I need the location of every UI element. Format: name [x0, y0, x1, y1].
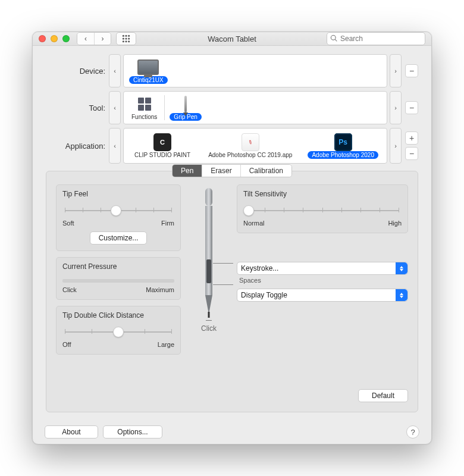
svg-rect-13 — [208, 312, 210, 318]
forward-button[interactable]: › — [94, 33, 111, 45]
double-click-min: Off — [62, 341, 71, 348]
device-scroll-right[interactable]: › — [390, 54, 402, 87]
device-remove-button[interactable]: − — [405, 64, 418, 77]
window-controls — [39, 35, 70, 42]
tab-bar: Pen Eraser Calibration — [172, 164, 292, 177]
tip-feel-max: Firm — [161, 220, 174, 227]
pressure-title: Current Pressure — [62, 262, 174, 271]
tip-feel-group: Tip Feel Soft Firm Customize... — [56, 184, 181, 251]
tool-scroll-right[interactable]: › — [390, 91, 402, 124]
close-icon[interactable] — [39, 35, 46, 42]
app-item-ps2020[interactable]: Ps Adobe Photoshop 2020 — [304, 130, 382, 161]
app-item-ps2019[interactable]: ✎ Adobe Photoshop CC 2019.app — [202, 130, 298, 161]
device-label: Device: — [46, 67, 109, 76]
monitor-icon — [137, 60, 159, 75]
back-button[interactable]: ‹ — [77, 33, 94, 45]
tab-eraser[interactable]: Eraser — [202, 165, 240, 177]
svg-point-0 — [123, 35, 124, 37]
app-item-clipstudio[interactable]: C CLIP STUDIO PAINT — [128, 130, 196, 161]
double-click-group: Tip Double Click Distance Off Large — [56, 306, 181, 355]
popup-value: Keystroke... — [241, 264, 278, 273]
tilt-slider[interactable] — [243, 204, 402, 218]
tip-feel-slider[interactable] — [62, 204, 174, 218]
app-scroll-left[interactable]: ‹ — [109, 128, 121, 164]
svg-point-6 — [123, 40, 124, 42]
device-item-cintiq[interactable]: Cintiq21UX — [126, 57, 171, 85]
svg-point-5 — [128, 37, 130, 39]
pen-tip-label: Click — [201, 324, 217, 333]
app-item-label: Adobe Photoshop 2020 — [308, 151, 378, 159]
tab-pen[interactable]: Pen — [173, 165, 202, 177]
pen-graphic-icon — [200, 188, 218, 319]
zoom-icon[interactable] — [62, 35, 70, 42]
minimize-icon[interactable] — [51, 35, 58, 42]
device-row: Device: ‹ Cintiq21UX › − — [46, 54, 418, 87]
svg-rect-9 — [205, 188, 212, 206]
pen-icon — [184, 96, 187, 112]
tool-label: Tool: — [46, 104, 109, 112]
search-input[interactable] — [327, 32, 425, 45]
tab-calibration[interactable]: Calibration — [240, 165, 291, 177]
app-item-label: Adobe Photoshop CC 2019.app — [206, 151, 294, 159]
chevron-updown-icon — [396, 289, 407, 301]
pen-button1-popup[interactable]: Keystroke... — [237, 262, 408, 275]
show-all-button[interactable] — [116, 32, 136, 45]
search-field-wrap — [327, 32, 425, 45]
tool-row: Tool: ‹ Functions Grip Pen › − — [46, 91, 418, 124]
pen-button2-popup[interactable]: Display Toggle — [237, 289, 408, 302]
pressure-group: Current Pressure Click Maximum — [56, 257, 181, 300]
titlebar: ‹ › Wacom Tablet — [33, 32, 431, 46]
popup-value: Display Toggle — [241, 291, 287, 299]
tool-remove-button[interactable]: − — [405, 101, 418, 114]
tilt-min: Normal — [243, 220, 264, 227]
pen-illustration: Click — [192, 184, 226, 361]
svg-point-8 — [128, 40, 130, 42]
customize-button[interactable]: Customize... — [90, 231, 148, 245]
preferences-window: ‹ › Wacom Tablet Device: ‹ Cintiq21UX › — [32, 32, 432, 444]
svg-marker-12 — [205, 295, 212, 314]
device-scroll-left[interactable]: ‹ — [109, 54, 121, 87]
pressure-max: Maximum — [146, 286, 174, 293]
chevron-updown-icon — [396, 262, 407, 274]
about-button[interactable]: About — [45, 425, 98, 439]
app-add-button[interactable]: + — [405, 131, 418, 145]
svg-point-7 — [125, 40, 127, 42]
device-list: Cintiq21UX — [123, 54, 387, 87]
svg-point-3 — [123, 37, 124, 39]
app-scroll-right[interactable]: › — [390, 128, 402, 164]
tool-item-functions[interactable]: Functions — [126, 93, 163, 122]
content-area: Device: ‹ Cintiq21UX › − Tool: ‹ Functio… — [33, 46, 431, 419]
tool-item-label: Functions — [129, 113, 159, 121]
divider — [164, 95, 165, 120]
app-remove-button[interactable]: − — [405, 147, 418, 160]
search-icon — [330, 35, 338, 42]
functions-icon — [138, 98, 151, 111]
double-click-slider[interactable] — [62, 325, 174, 340]
grid-icon — [122, 35, 130, 43]
application-label: Application: — [46, 142, 109, 151]
app-item-label: CLIP STUDIO PAINT — [132, 151, 193, 159]
photoshop2019-icon: ✎ — [242, 133, 259, 151]
svg-point-2 — [128, 35, 130, 37]
application-row: Application: ‹ C CLIP STUDIO PAINT ✎ Ado… — [46, 128, 418, 164]
pressure-meter — [62, 279, 174, 283]
double-click-title: Tip Double Click Distance — [62, 311, 174, 320]
svg-point-1 — [125, 35, 127, 37]
pressure-min: Click — [62, 286, 77, 293]
application-list: C CLIP STUDIO PAINT ✎ Adobe Photoshop CC… — [123, 128, 387, 164]
pen-button1-sublabel: Spaces — [239, 277, 408, 284]
settings-panel: Pen Eraser Calibration Tip Feel Soft — [46, 171, 418, 412]
footer: About Options... ? — [33, 419, 431, 444]
tilt-title: Tilt Sensitivity — [243, 190, 402, 198]
nav-back-forward: ‹ › — [77, 32, 111, 45]
tool-scroll-left[interactable]: ‹ — [109, 91, 121, 124]
options-button[interactable]: Options... — [103, 425, 162, 439]
default-button[interactable]: Default — [358, 389, 408, 402]
tilt-group: Tilt Sensitivity Normal High — [237, 184, 408, 233]
svg-point-4 — [125, 37, 127, 39]
tool-item-grip-pen[interactable]: Grip Pen — [166, 93, 205, 122]
tip-feel-min: Soft — [62, 220, 74, 227]
tool-list: Functions Grip Pen — [123, 91, 387, 124]
svg-rect-11 — [206, 259, 211, 283]
help-button[interactable]: ? — [406, 425, 419, 439]
